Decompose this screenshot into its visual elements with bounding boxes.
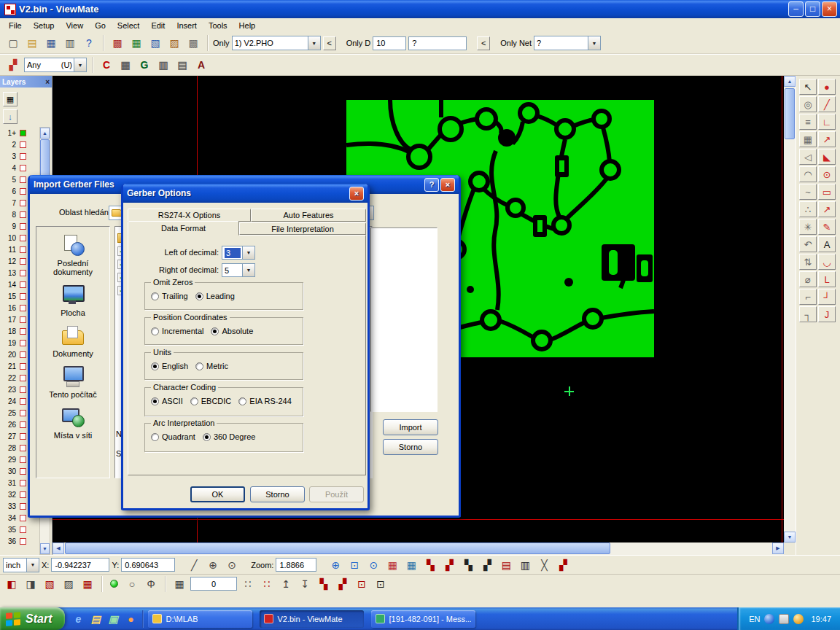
scroll-down-icon[interactable]: ▼	[40, 543, 50, 554]
vertical-scrollbar[interactable]: ▲ ▼	[784, 76, 796, 542]
origin-icon[interactable]: ⊕	[204, 556, 222, 574]
desktop-shortcut-icon[interactable]: ▣	[106, 612, 120, 626]
import-button[interactable]: Import	[383, 419, 438, 435]
radio-option[interactable]: 360 Degree	[203, 432, 256, 441]
film-view-icon[interactable]: ▩	[109, 34, 126, 52]
layer-color-chip[interactable]	[20, 293, 26, 300]
mirror-film-icon[interactable]: ▞	[554, 556, 572, 574]
aperture-grid-icon[interactable]: ▦	[402, 556, 420, 574]
open-file-icon[interactable]: ▤	[23, 34, 41, 52]
browser-shortcut-icon[interactable]: ●	[123, 612, 138, 626]
radio-option[interactable]: EBCDIC	[190, 397, 232, 405]
layer-color-chip[interactable]	[20, 480, 26, 486]
select-group-button[interactable]: G	[136, 56, 153, 74]
arc-top-icon[interactable]: ◠	[799, 166, 817, 182]
radio-option[interactable]: ASCII	[151, 397, 183, 405]
radio-option[interactable]: Quadrant	[151, 432, 195, 441]
add-triangle-icon[interactable]: ◣	[818, 149, 836, 165]
film-mark-icon-1[interactable]: ▚	[315, 575, 332, 593]
layer-color-chip[interactable]	[20, 456, 26, 463]
scroll-up-icon[interactable]: ▲	[40, 128, 50, 139]
pad-mark-icon-1[interactable]: ⊡	[353, 575, 370, 593]
horizontal-scrollbar[interactable]: ◀ ▶	[52, 542, 784, 555]
layer-color-chip[interactable]	[20, 223, 26, 230]
zoom-input[interactable]: 1.8866	[276, 558, 316, 572]
snap-bottom-icon[interactable]: ↧	[296, 575, 314, 593]
undo-arc-icon[interactable]: ↶	[799, 236, 817, 252]
menu-item[interactable]: File	[3, 20, 28, 31]
angle-icon[interactable]: ┐	[799, 306, 817, 322]
tray-keyboard-icon[interactable]	[779, 614, 789, 624]
dimension-l-icon[interactable]: L	[818, 271, 836, 287]
layer-color-chip[interactable]	[20, 503, 26, 510]
menu-item[interactable]: Insert	[171, 20, 203, 31]
layer-color-chip[interactable]	[20, 351, 26, 358]
layer-color-chip[interactable]	[20, 538, 26, 545]
dropdown-arrow-icon[interactable]: ▼	[26, 559, 39, 572]
new-file-icon[interactable]: ▢	[4, 34, 22, 52]
scroll-down-icon[interactable]: ▼	[784, 532, 796, 542]
layer-color-chip[interactable]	[20, 421, 26, 428]
layer-color-chip[interactable]	[20, 305, 26, 311]
zoom-in-icon[interactable]: ⊕	[327, 556, 344, 574]
horizontal-scroll-thumb[interactable]	[65, 542, 610, 554]
film-negative-icon[interactable]: ▞	[440, 556, 458, 574]
layer-color-chip[interactable]	[20, 468, 26, 475]
place-desktop[interactable]: Plocha	[38, 283, 108, 317]
menu-item[interactable]: Go	[89, 20, 112, 31]
layer-color-chip[interactable]	[20, 526, 26, 533]
aperture-table-icon[interactable]: ▦	[171, 575, 188, 593]
diameter-probe-icon[interactable]: Φ	[142, 575, 160, 593]
layer-color-chip[interactable]	[20, 153, 26, 160]
task-button[interactable]: V2.bin - ViewMate	[260, 610, 364, 628]
task-button[interactable]: D:\MLAB	[148, 610, 252, 628]
sketch-view-icon[interactable]: ▧	[147, 34, 164, 52]
ruler-icon[interactable]: ⌐	[799, 289, 817, 305]
select-cursor-icon[interactable]: ↖	[799, 79, 817, 95]
layers-panel-header[interactable]: Layers ×	[0, 76, 52, 88]
swap-layers-icon[interactable]: ⇅	[799, 254, 817, 270]
menu-item[interactable]: Edit	[145, 20, 171, 31]
radio-option[interactable]: English	[151, 362, 188, 370]
radio-option[interactable]: Absolute	[211, 327, 253, 335]
place-documents[interactable]: Dokumenty	[38, 324, 108, 358]
table-red-icon[interactable]: ▤	[497, 556, 515, 574]
gerber-dialog-titlebar[interactable]: Gerber Options ×	[123, 184, 368, 203]
minimize-button[interactable]: –	[788, 1, 804, 17]
draw-pencil-icon[interactable]: ✎	[818, 219, 836, 235]
menu-item[interactable]: Select	[112, 20, 146, 31]
select-cells-button[interactable]: ▤	[174, 56, 191, 74]
menu-item[interactable]: Tools	[203, 20, 233, 31]
dcode-grid-icon[interactable]: ▦	[384, 556, 401, 574]
layer-color-chip[interactable]	[20, 445, 26, 451]
select-table-button[interactable]: ▥	[155, 56, 172, 74]
mirror-icon[interactable]: ◁	[799, 149, 817, 165]
zoom-previous-icon[interactable]: ⊙	[365, 556, 382, 574]
film-dark-icon[interactable]: ▚	[459, 556, 477, 574]
layer-color-chip[interactable]	[20, 235, 26, 241]
place-network[interactable]: Místa v síti	[38, 405, 108, 440]
import-dialog-close-button[interactable]: ×	[440, 178, 455, 192]
task-button[interactable]: [191-482-091] - Mess...	[371, 610, 475, 628]
unit-combobox[interactable]: inch ▼	[3, 558, 39, 572]
layer-color-chip[interactable]	[20, 270, 26, 276]
grid-step-input[interactable]: 0	[190, 577, 237, 591]
radio-option[interactable]: Leading	[195, 292, 235, 300]
vertical-scroll-thumb[interactable]	[785, 88, 795, 139]
dropdown-arrow-icon[interactable]: ▼	[308, 36, 320, 50]
layer-row[interactable]: 2	[1, 139, 38, 150]
tray-globe-icon[interactable]	[764, 614, 774, 624]
outline-view-icon[interactable]: ▨	[166, 34, 183, 52]
layer-color-chip[interactable]	[20, 433, 26, 440]
snap-icon[interactable]: ⊙	[223, 556, 241, 574]
place-my-computer[interactable]: Tento počítač	[38, 365, 108, 399]
wave-icon[interactable]: ~	[799, 184, 817, 200]
layer-color-chip[interactable]	[20, 398, 26, 405]
left-of-decimal-combobox[interactable]: 3 ▼	[222, 246, 255, 260]
select-filter-combobox[interactable]: Any (U) ▼	[24, 58, 87, 72]
tab-rs274x-options[interactable]: RS274-X Options	[128, 209, 251, 222]
internet-explorer-icon[interactable]: e	[71, 612, 85, 626]
gerber-dialog-close-button[interactable]: ×	[349, 187, 364, 201]
ruler-v-icon[interactable]: ◨	[22, 575, 39, 593]
scatter-dots-icon[interactable]: ∴	[799, 201, 817, 217]
